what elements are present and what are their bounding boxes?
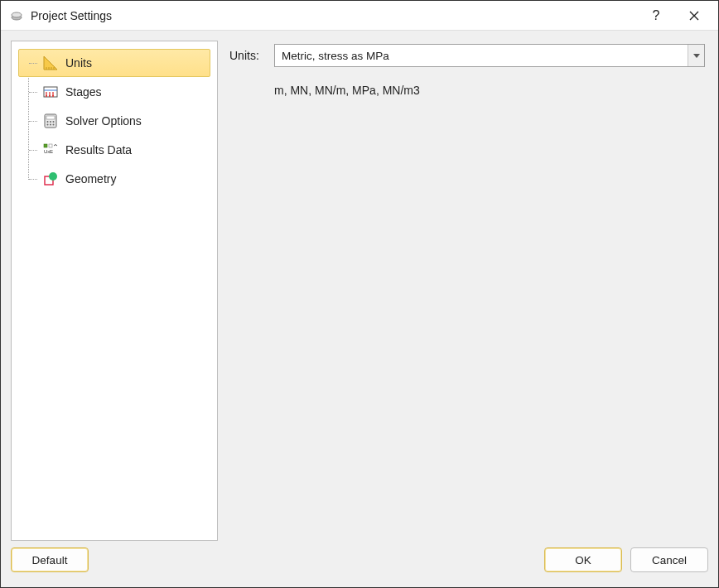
svg-point-17 [47, 121, 49, 123]
sidebar-item-label: Units [65, 56, 92, 70]
default-button[interactable]: Default [11, 547, 89, 572]
project-settings-dialog: Project Settings ? [0, 0, 719, 588]
sidebar-item-units[interactable]: Units [18, 49, 210, 77]
units-row: Units: Metric, stress as MPa [229, 44, 705, 67]
sidebar-item-solver-options[interactable]: Solver Options [18, 107, 210, 135]
dialog-title: Project Settings [31, 9, 637, 22]
svg-text:E: E [50, 149, 53, 154]
app-icon [9, 8, 24, 23]
svg-point-22 [53, 124, 55, 126]
main-panel: Units: Metric, stress as MPa m, MN, MN/m… [226, 41, 708, 541]
sidebar-item-label: Solver Options [65, 114, 142, 128]
default-button-label: Default [32, 554, 68, 566]
svg-point-18 [50, 121, 51, 123]
cancel-button[interactable]: Cancel [630, 547, 708, 572]
svg-marker-29 [693, 54, 700, 58]
svg-point-28 [49, 172, 57, 181]
stages-icon [42, 84, 59, 100]
sidebar-item-geometry[interactable]: Geometry [18, 165, 210, 193]
sidebar-item-results-data[interactable]: Ux E Results Data [18, 136, 210, 164]
dialog-footer: Default OK Cancel [1, 541, 718, 587]
units-dropdown-value: Metric, stress as MPa [274, 44, 705, 67]
sidebar-item-label: Stages [65, 85, 102, 99]
svg-point-1 [12, 12, 22, 17]
calculator-icon [42, 113, 59, 129]
units-label: Units: [229, 49, 268, 62]
svg-marker-2 [44, 56, 57, 70]
svg-rect-23 [44, 144, 47, 147]
sidebar-item-stages[interactable]: Stages [18, 78, 210, 106]
svg-rect-16 [46, 116, 55, 119]
units-dropdown[interactable]: Metric, stress as MPa [274, 44, 705, 67]
svg-point-21 [50, 124, 51, 126]
titlebar: Project Settings ? [1, 1, 718, 31]
svg-point-20 [47, 124, 49, 126]
units-description: m, MN, MN/m, MPa, MN/m3 [274, 84, 705, 97]
geometry-icon [42, 171, 59, 187]
chevron-down-icon[interactable] [688, 45, 704, 66]
sidebar-tree: Units [11, 41, 218, 541]
sidebar-item-label: Geometry [65, 172, 116, 186]
cancel-button-label: Cancel [652, 554, 687, 566]
sidebar-item-label: Results Data [65, 143, 132, 157]
close-button[interactable] [675, 3, 713, 28]
dialog-content: Units [1, 31, 718, 541]
svg-point-19 [53, 121, 55, 123]
ruler-icon [42, 55, 59, 71]
results-icon: Ux E [42, 142, 59, 158]
ok-button[interactable]: OK [544, 547, 622, 572]
svg-rect-24 [49, 144, 52, 147]
help-button[interactable]: ? [637, 3, 675, 28]
ok-button-label: OK [575, 554, 591, 566]
